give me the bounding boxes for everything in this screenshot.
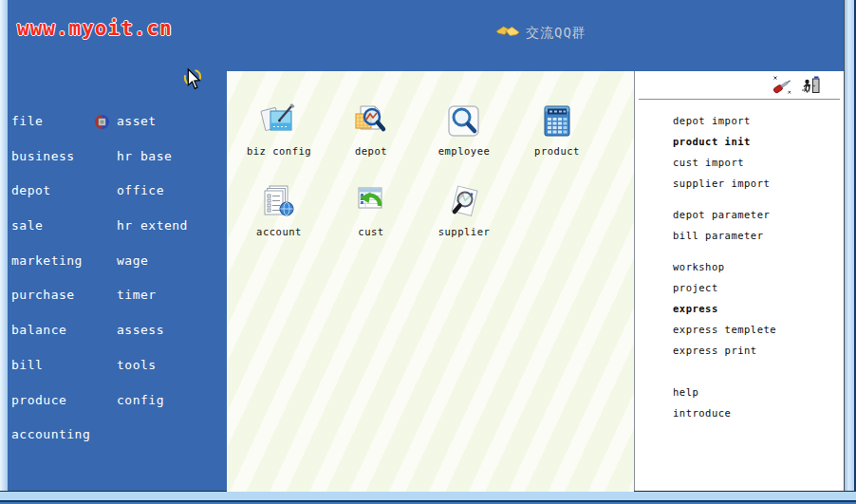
desktop-icon-biz-config[interactable]: biz config — [235, 103, 323, 157]
main-workspace: biz config depot employee — [227, 71, 634, 492]
screwdriver-icon[interactable] — [772, 75, 792, 96]
desktop-icon-account[interactable]: account — [235, 183, 323, 237]
sidebar-item-hr-base[interactable]: hr base — [117, 146, 172, 167]
desktop-icon-label: product — [513, 145, 601, 157]
desktop-icon-label: supplier — [420, 226, 508, 237]
sidebar-item-timer[interactable]: timer — [117, 285, 157, 306]
desktop-icon-label: account — [235, 226, 323, 237]
panel-item-depot-import[interactable]: depot import — [673, 110, 838, 131]
panel-item-express[interactable]: express — [673, 298, 838, 319]
sidebar-item-sale[interactable]: sale — [11, 215, 43, 236]
panel-item-introduce[interactable]: introduce — [673, 402, 838, 423]
sidebar-item-tools[interactable]: tools — [117, 355, 157, 376]
desktop-icon-label: biz config — [235, 145, 323, 157]
panel-item-bill-parameter[interactable]: bill parameter — [673, 225, 838, 246]
panel-item-cust-import[interactable]: cust import — [673, 152, 838, 173]
exit-door-icon[interactable] — [801, 75, 822, 96]
sidebar-item-accounting[interactable]: accounting — [11, 424, 90, 445]
sidebar-item-bill[interactable]: bill — [11, 355, 43, 376]
calculator-icon — [538, 103, 576, 140]
desktop-icon-product[interactable]: product — [513, 103, 601, 157]
window-frame-right — [844, 0, 856, 491]
form-refresh-arrow-icon — [352, 183, 390, 221]
sidebar-item-purchase[interactable]: purchase — [11, 285, 75, 306]
desktop-icon-label: cust — [327, 226, 415, 237]
panel-item-express-print[interactable]: express print — [673, 340, 838, 361]
desktop-icon-label: depot — [327, 145, 415, 157]
panel-item-help[interactable]: help — [673, 382, 838, 402]
desktop-icon-label: employee — [420, 145, 508, 157]
qq-group-link[interactable]: 交流QQ群 — [526, 25, 586, 42]
handshake-icon — [495, 22, 520, 41]
panel-item-product-init[interactable]: product init — [673, 131, 838, 152]
document-search-chart-icon — [445, 183, 483, 221]
sidebar-item-asset[interactable]: asset — [117, 111, 157, 132]
panel-group-modules: workshop project express express templet… — [673, 256, 838, 361]
sidebar-item-config[interactable]: config — [117, 390, 164, 411]
window-frame-bottom — [0, 491, 856, 502]
forms-globe-icon — [260, 183, 298, 221]
desktop-icon-cust[interactable]: cust — [327, 183, 415, 237]
sidebar-item-marketing[interactable]: marketing — [11, 251, 83, 271]
sidebar-item-assess[interactable]: assess — [117, 320, 164, 341]
site-title: www.myoit.cn — [17, 17, 173, 40]
sidebar-item-produce[interactable]: produce — [11, 390, 66, 411]
chart-magnifier-icon — [352, 103, 390, 140]
panel-group-import: depot import product init cust import su… — [673, 110, 838, 194]
window-frame-left — [0, 0, 8, 491]
panel-item-depot-parameter[interactable]: depot parameter — [673, 204, 838, 225]
header-banner: www.myoit.cn 交流QQ群 — [8, 0, 844, 71]
asset-bullet-icon — [94, 114, 110, 130]
magnifier-panel-icon — [445, 103, 483, 140]
panel-item-project[interactable]: project — [673, 277, 838, 298]
panel-item-workshop[interactable]: workshop — [673, 256, 838, 277]
sidebar-item-business[interactable]: business — [11, 146, 75, 167]
sidebar-item-wage[interactable]: wage — [117, 251, 148, 271]
panel-group-parameter: depot parameter bill parameter — [673, 204, 838, 246]
desktop-icon-depot[interactable]: depot — [327, 103, 415, 157]
panel-group-help: help introduce — [673, 382, 838, 423]
application-window: www.myoit.cn 交流QQ群 file business depot s… — [0, 0, 856, 504]
quick-menu-panel: depot import product init cust import su… — [634, 71, 844, 491]
sidebar-menu: file business depot sale marketing purch… — [8, 71, 227, 491]
documents-pen-icon — [260, 103, 298, 140]
sidebar-item-depot[interactable]: depot — [11, 180, 51, 201]
desktop-icon-employee[interactable]: employee — [420, 103, 508, 157]
panel-item-express-templete[interactable]: express templete — [673, 319, 838, 340]
sidebar-item-hr-extend[interactable]: hr extend — [117, 215, 188, 236]
sidebar-item-file[interactable]: file — [11, 111, 43, 132]
sidebar-item-office[interactable]: office — [117, 180, 164, 201]
panel-item-supplier-import[interactable]: supplier import — [673, 173, 838, 194]
sidebar-item-balance[interactable]: balance — [11, 320, 66, 341]
panel-separator — [639, 99, 840, 100]
desktop-icon-supplier[interactable]: supplier — [420, 183, 508, 237]
